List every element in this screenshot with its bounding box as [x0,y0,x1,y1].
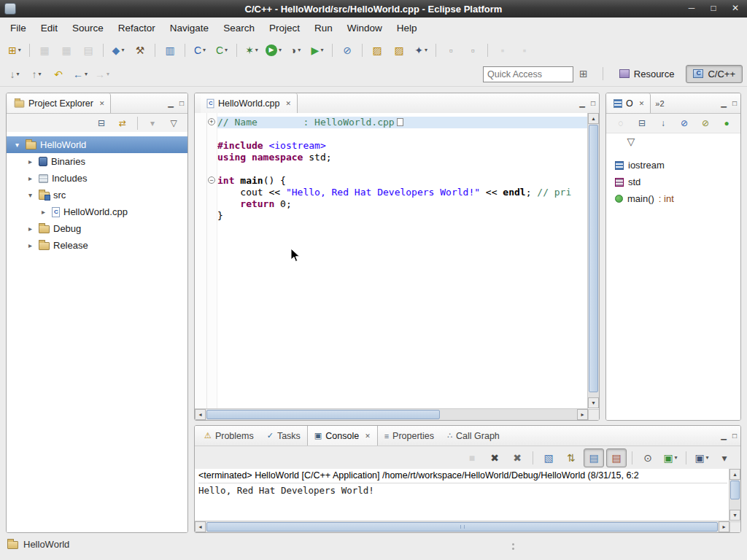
tab-call-graph[interactable]: ∴Call Graph [441,426,506,446]
filters-icon[interactable]: ▾ [143,115,162,131]
dropdown-arrow-icon[interactable]: ▾ [298,47,301,53]
minimize-panel-button[interactable]: ▁ [168,100,174,107]
expander-expanded-icon[interactable]: ▾ [12,141,22,149]
menu-window[interactable]: Window [340,20,390,36]
console-horizontal-scrollbar[interactable] [195,521,729,532]
code-line[interactable]: using namespace std; [217,152,587,163]
tab-helloworld-cpp[interactable]: HelloWorld.cpp [201,93,298,113]
close-tab-icon[interactable] [639,100,645,107]
close-tab-icon[interactable] [286,100,292,107]
outline-item-iostream[interactable]: iostream [606,157,740,174]
code-area[interactable]: // Name : HelloWorld.cpp#include <iostre… [217,113,587,408]
menu-edit[interactable]: Edit [34,20,65,36]
profile-icon[interactable]: ◑▾ [285,41,306,60]
build-project-icon[interactable]: ▥ [160,41,180,60]
editor-vertical-scrollbar[interactable] [587,113,599,408]
dropdown-arrow-icon[interactable]: ▾ [706,454,709,461]
expander-expanded-icon[interactable]: ▾ [26,191,35,199]
tab-tasks[interactable]: ✓Tasks [260,426,307,446]
code-line[interactable]: } [217,210,587,222]
close-button[interactable]: ✕ [728,1,743,15]
scroll-up-icon[interactable] [588,113,599,124]
dropdown-arrow-icon[interactable]: ▾ [255,47,258,53]
remove-all-terminated-icon[interactable]: ✖ [507,448,527,467]
dropdown-arrow-icon[interactable]: ▾ [225,47,228,53]
new-wizard-icon[interactable]: ⊞▾ [4,41,25,60]
maximize-panel-button[interactable]: □ [591,100,595,107]
last-edit-location-icon[interactable]: ↶ [48,65,69,84]
expander-collapsed-icon[interactable]: ▸ [26,241,35,249]
menu-navigate[interactable]: Navigate [163,20,216,36]
build-all-icon[interactable]: ⚒ [130,41,150,60]
show-stdout-when-changed-icon[interactable]: ▤ [584,448,604,467]
open-task-icon[interactable]: ▨ [389,41,409,60]
scrollbar-thumb[interactable] [206,522,718,532]
close-tab-icon[interactable] [365,432,371,440]
dropdown-arrow-icon[interactable]: ▾ [203,47,206,53]
display-selected-console-icon[interactable]: ▣▾ [660,448,681,467]
collapse-all-icon[interactable]: ⊟ [92,115,111,131]
scrollbar-thumb[interactable] [730,481,740,499]
new-source-file-icon[interactable]: C▾ [190,41,210,60]
scroll-lock-icon[interactable]: ⇅ [561,448,581,467]
menu-help[interactable]: Help [390,20,425,36]
outline-item-std[interactable]: std [606,174,740,190]
debug-icon[interactable]: ✶▾ [241,41,262,60]
console-vertical-scrollbar[interactable] [729,469,740,521]
menu-search[interactable]: Search [216,20,262,36]
tab-properties[interactable]: ≡Properties [378,426,441,446]
outline-item-main-[interactable]: main() : int [606,190,740,207]
code-line[interactable]: return 0; [217,198,587,210]
tree-item-src[interactable]: ▾src [7,187,187,203]
editor-horizontal-scrollbar[interactable] [195,408,588,420]
dropdown-arrow-icon[interactable]: ▾ [18,47,21,53]
dropdown-arrow-icon[interactable]: ▾ [320,47,323,53]
tree-item-binaries[interactable]: ▸Binaries [7,153,187,170]
previous-annotation-icon[interactable]: ↑▾ [26,65,47,84]
sort-icon[interactable]: ↓ [654,115,673,131]
menu-run[interactable]: Run [307,20,340,36]
tree-item-includes[interactable]: ▸Includes [7,170,187,187]
tab-problems[interactable]: ⚠Problems [198,426,260,446]
fold-expanded-icon[interactable]: − [208,176,215,184]
skip-all-breakpoints-icon[interactable]: ⊘ [337,41,357,60]
dropdown-arrow-icon[interactable]: ▾ [121,47,124,53]
code-line[interactable] [217,163,587,175]
collapse-all-icon[interactable]: ⊟ [632,115,651,131]
link-with-editor-icon[interactable]: ⇄ [113,115,132,131]
toggle-annotations-icon[interactable]: ▫ [462,41,483,60]
back-icon[interactable]: ←▾ [70,65,90,84]
expander-collapsed-icon[interactable]: ▸ [26,174,35,182]
scroll-down-icon[interactable] [588,397,599,408]
expander-collapsed-icon[interactable]: ▸ [26,158,35,166]
dropdown-arrow-icon[interactable]: ▾ [85,71,88,77]
maximize-panel-button[interactable]: □ [732,100,737,107]
maximize-button[interactable]: □ [706,1,721,15]
fold-collapsed-icon[interactable]: + [208,118,215,125]
code-line[interactable]: // Name : HelloWorld.cpp [217,117,587,128]
maximize-panel-button[interactable]: □ [179,100,184,107]
view-menu-icon[interactable]: ▾ [714,448,735,467]
tab-outline[interactable]: O [608,93,651,113]
expander-collapsed-icon[interactable]: ▸ [39,208,48,216]
folded-text-box[interactable] [397,118,403,126]
tree-item-release[interactable]: ▸Release [7,237,187,254]
perspective-resource-button[interactable]: Resource [612,65,682,83]
menu-project[interactable]: Project [262,20,307,36]
next-annotation-icon[interactable]: ↓▾ [4,65,25,84]
menu-source[interactable]: Source [65,20,111,36]
external-tools-icon[interactable]: ▶▾ [307,41,328,60]
scrollbar-thumb[interactable] [589,125,598,392]
scroll-left-icon[interactable] [195,409,206,420]
code-line[interactable]: cout << "Hello, Red Hat Developers World… [217,187,587,198]
scrollbar-thumb[interactable] [206,410,440,419]
tab-project-explorer[interactable]: Project Explorer [8,93,111,113]
toggle-mark-occurrences-icon[interactable]: ▫ [441,41,461,60]
dropdown-arrow-icon[interactable]: ▾ [425,47,427,53]
pin-console-icon[interactable]: ⊙ [638,448,658,467]
search-icon[interactable]: ✦▾ [411,41,431,60]
minimize-panel-button[interactable]: ▁ [579,100,585,107]
dropdown-arrow-icon[interactable]: ▾ [279,47,282,53]
remove-launch-icon[interactable]: ✖ [484,448,505,467]
code-line[interactable]: #include <iostream> [217,140,587,152]
